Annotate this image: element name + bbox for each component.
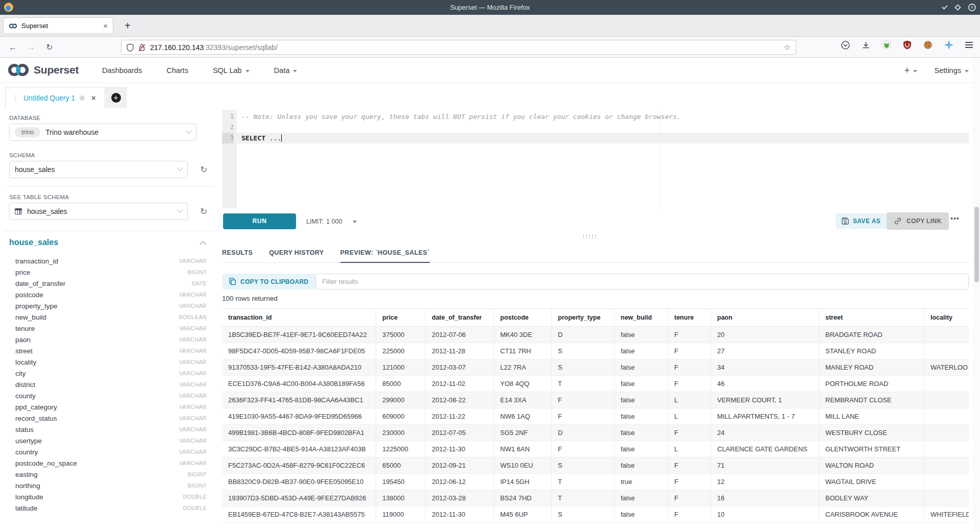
column-header[interactable]: postcode [494, 309, 552, 326]
column-type: DOUBLE [183, 494, 207, 500]
mask-icon[interactable] [882, 40, 891, 50]
column-type: BIGINT [187, 269, 207, 275]
table-row: 91370533-19F5-47FE-B142-A380A8ADA2101210… [222, 359, 969, 376]
forward-icon[interactable]: → [24, 41, 38, 54]
save-as-button[interactable]: SAVE AS [836, 213, 887, 229]
more-options-button[interactable]: ••• [950, 214, 960, 223]
new-tab-button[interactable]: + [120, 19, 135, 33]
nav-data[interactable]: Data [274, 66, 298, 75]
table-cell: 24 [711, 425, 819, 441]
settings-menu[interactable]: Settings [935, 66, 969, 75]
column-header[interactable]: locality [924, 309, 969, 326]
table-schema-title[interactable]: house_sales [9, 238, 58, 247]
sql-comment: -- Note: Unless you save your query, the… [241, 113, 681, 120]
shield-icon[interactable] [127, 43, 134, 52]
table-select[interactable]: house_sales [9, 203, 188, 220]
column-type: VARCHAR [179, 449, 207, 455]
drag-grip-icon[interactable]: ⋮ [12, 94, 19, 102]
table-cell: 138000 [376, 490, 426, 506]
table-cell: 2012-08-22 [426, 392, 494, 408]
query-tab-close-icon[interactable]: × [91, 94, 95, 102]
column-name: date_of_transfer [15, 280, 192, 287]
table-cell: 46 [711, 376, 819, 392]
refresh-tables-icon[interactable]: ↻ [200, 206, 207, 217]
browser-tab-title: Superset [21, 22, 99, 30]
table-cell: WHITEFIELD [924, 506, 969, 522]
nav-charts[interactable]: Charts [166, 66, 188, 75]
column-header[interactable]: new_build [615, 309, 668, 326]
schema-value: house_sales [15, 165, 55, 174]
insecure-lock-icon[interactable] [138, 43, 145, 52]
window-maximize-icon[interactable] [954, 4, 961, 11]
copy-to-clipboard-button[interactable]: COPY TO CLIPBOARD [222, 274, 315, 289]
tab-preview-house-sales[interactable]: PREVIEW: `HOUSE_SALES` [340, 244, 430, 263]
column-header[interactable]: price [376, 309, 426, 326]
pocket-icon[interactable] [841, 41, 850, 50]
download-icon[interactable] [862, 41, 870, 50]
bookmark-star-icon[interactable]: ☆ [784, 43, 791, 52]
divider [4, 186, 214, 186]
table-cell: 3C3C29DC-B7B2-4BE5-914A-A38123AF403B [222, 441, 376, 457]
column-type: VARCHAR [179, 348, 207, 354]
plus-circle-icon: + [111, 93, 121, 103]
tab-close-icon[interactable]: × [103, 22, 108, 30]
table-cell: CARISBROOK AVENUE [819, 506, 924, 522]
column-header[interactable]: date_of_transfer [426, 309, 494, 326]
collapse-chevron-icon[interactable] [200, 241, 206, 248]
add-new-button[interactable]: + [904, 65, 917, 76]
browser-tab[interactable]: Superset × [3, 17, 113, 34]
table-cell: F [668, 490, 711, 506]
refresh-schemas-icon[interactable]: ↻ [200, 164, 207, 175]
table-cell: 2012-11-02 [426, 376, 494, 392]
table-cell: 2012-07-06 [426, 327, 494, 343]
limit-dropdown[interactable]: LIMIT: 1 000 [306, 213, 357, 229]
schema-select[interactable]: house_sales [9, 161, 188, 178]
pane-resize-handle[interactable] [582, 234, 597, 238]
filter-results-input[interactable] [315, 274, 969, 289]
table-cell: E14 3XA [494, 392, 552, 408]
sparkle-icon[interactable] [944, 40, 953, 50]
column-header[interactable]: tenure [668, 309, 711, 326]
query-tab[interactable]: ⋮ Untitled Query 1 × [5, 87, 105, 108]
column-type: VARCHAR [179, 393, 207, 399]
scrollbar-thumb[interactable] [974, 207, 979, 282]
run-button[interactable]: RUN [223, 213, 296, 229]
scrollbar-track[interactable] [973, 58, 980, 532]
window-shade-icon[interactable] [942, 4, 947, 9]
column-name: locality [15, 358, 179, 366]
table-cell: WS10 0EU [494, 457, 552, 473]
column-header[interactable]: property_type [552, 309, 615, 326]
ublock-shield-icon[interactable] [903, 40, 912, 50]
url-bar[interactable]: 217.160.120.143:32393/superset/sqllab/ ☆ [121, 40, 796, 55]
schema-column-row: new_build BOOLEAN [0, 311, 219, 323]
schema-column-row: northing BIGINT [0, 480, 219, 491]
reload-icon[interactable]: ↻ [43, 41, 56, 54]
chevron-down-icon [965, 70, 969, 72]
add-query-tab[interactable]: + [106, 87, 127, 108]
rows-returned-text: 100 rows returned [222, 295, 278, 302]
nav-dashboards[interactable]: Dashboards [102, 66, 142, 75]
sql-editor[interactable]: 1 2 3 -- Note: Unless you save your quer… [222, 110, 969, 208]
table-row: 3C3C29DC-B7B2-4BE5-914A-A38123AF403B1225… [222, 441, 969, 457]
copy-link-button[interactable]: COPY LINK [887, 212, 949, 230]
superset-logo[interactable]: Superset [7, 62, 79, 78]
database-select[interactable]: trino Trino warehouse [9, 124, 197, 141]
tab-results[interactable]: RESULTS [222, 244, 253, 263]
results-table-header: transaction_id price date_of_transfer po… [222, 308, 969, 327]
column-name: city [15, 370, 179, 377]
column-name: street [15, 347, 179, 355]
nav-sql-lab[interactable]: SQL Lab [213, 66, 250, 75]
window-close-icon[interactable]: × [968, 4, 976, 11]
tab-query-history[interactable]: QUERY HISTORY [269, 244, 324, 263]
table-cell: 34 [711, 359, 819, 375]
column-header[interactable]: paon [711, 309, 819, 326]
schema-column-row: city VARCHAR [0, 368, 219, 379]
cookie-icon[interactable] [923, 40, 933, 50]
menu-icon[interactable] [965, 40, 973, 50]
column-type: BIGINT [187, 471, 207, 477]
column-header[interactable]: transaction_id [222, 309, 376, 326]
back-icon[interactable]: ← [6, 41, 19, 54]
column-header[interactable]: street [819, 309, 924, 326]
table-row: EB1459EB-67ED-47C8-B2E7-A38143AB55751190… [222, 506, 969, 523]
editor-code-area[interactable]: -- Note: Unless you save your query, the… [237, 110, 969, 208]
